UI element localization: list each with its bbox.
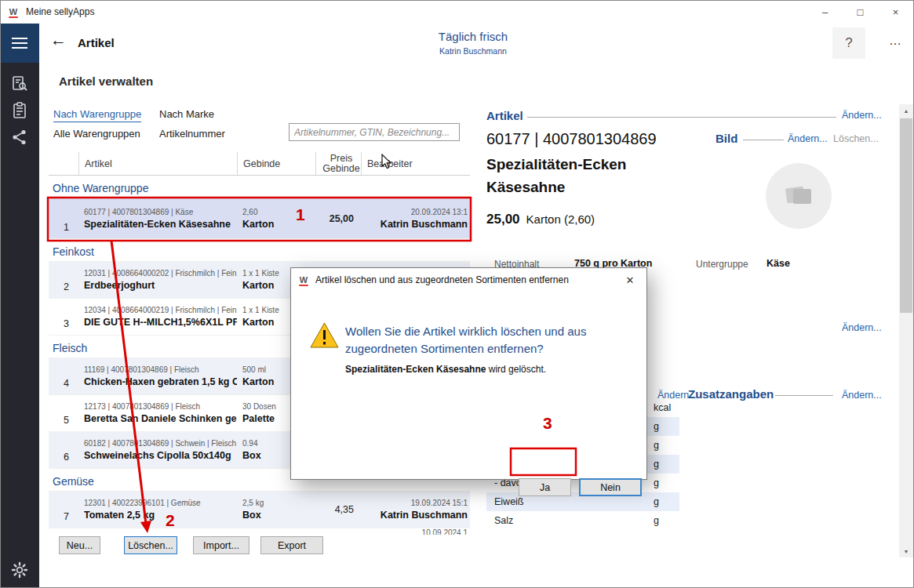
tab-nach-marke[interactable]: Nach Marke: [159, 108, 214, 120]
import-button[interactable]: Import...: [193, 536, 249, 554]
window-title: Meine sellyApps: [26, 6, 94, 17]
divider: [743, 140, 784, 140]
group-header: Feinkost: [49, 242, 470, 262]
shop-name: Täglich frisch: [363, 30, 583, 43]
app-icon: W: [297, 274, 310, 286]
detail-section-bild: Bild: [716, 132, 737, 145]
row-number: 7: [49, 492, 78, 528]
edit-date: 19.09.2024 15:1: [411, 499, 468, 507]
row-number: 3: [49, 299, 78, 335]
bild-change-link[interactable]: Ändern...: [788, 133, 828, 144]
shop-user: Katrin Buschmann: [363, 46, 583, 56]
article-name-line1: Spezialitäten-Ecken: [486, 156, 626, 173]
article-name-line2: Käsesahne: [486, 179, 565, 196]
article-meta: 12034 | 4008664000219 | Frischmilch | Fe…: [84, 306, 237, 314]
zusatz-change-link[interactable]: Ändern...: [842, 390, 882, 401]
nutrition-row: Salzg: [486, 511, 679, 530]
subgroup-label: Untergruppe: [696, 259, 748, 270]
dialog-subject: Spezialitäten-Ecken Käsesahne: [345, 364, 486, 375]
column-gebinde[interactable]: Gebinde: [237, 152, 315, 175]
edit-date: 20.09.2024 13:1: [411, 208, 468, 216]
article-name: Beretta San Daniele Schinken gesc...: [84, 413, 237, 424]
window-titlebar: W Meine sellyApps – □ ×: [0, 0, 914, 24]
article-meta: 60182 | 4007801304869 | Schwein | Fleisc…: [84, 439, 237, 448]
column-number[interactable]: [49, 152, 78, 175]
unit-type: Box: [242, 510, 315, 521]
dialog-detail: Spezialitäten-Ecken Käsesahne wird gelös…: [345, 364, 546, 375]
search-input[interactable]: [289, 123, 460, 141]
article-meta: 12173 | 4007801304869 | Fleisch: [84, 402, 237, 411]
bild-delete-link[interactable]: Löschen...: [833, 133, 879, 144]
article-number-value: 60177 | 4007801304869: [486, 130, 657, 148]
row-number: 4: [49, 358, 78, 394]
dialog-close-icon[interactable]: ✕: [620, 274, 640, 286]
app-icon: W: [7, 5, 20, 18]
delete-button[interactable]: Löschen...: [124, 536, 177, 554]
table-header: Artikel Gebinde Preis Gebinde Bearbeiter: [49, 152, 470, 176]
sidebar: [0, 63, 39, 588]
help-button[interactable]: ?: [832, 27, 865, 59]
minimize-button[interactable]: –: [807, 0, 843, 24]
article-name: DIE GUTE H--MILCH1,5%6X1L PFA...: [84, 317, 237, 328]
column-artikel[interactable]: Artikel: [78, 152, 237, 175]
row-number: 6: [49, 432, 78, 468]
properties-change-link[interactable]: Ändern...: [842, 322, 882, 333]
unit-type: Karton: [242, 219, 315, 230]
maximize-button[interactable]: □: [843, 0, 878, 24]
photo-stack-icon: [782, 180, 815, 212]
more-options-button[interactable]: …: [889, 34, 903, 48]
tab-nach-warengruppe[interactable]: Nach Warengruppe: [53, 108, 141, 122]
column-bearbeiter[interactable]: Bearbeiter: [361, 152, 470, 175]
detail-section-zusatz: Zusatzangaben: [688, 387, 774, 401]
shop-block: Täglich frisch Katrin Buschmann: [363, 30, 583, 56]
article-name: Erdbeerjoghurt: [84, 280, 237, 291]
article-price-row: 25,00 Karton (2,60): [486, 212, 595, 227]
article-meta: 12301 | 400223996101 | Gemüse: [84, 499, 237, 507]
scroll-down-icon[interactable]: ▼: [899, 545, 913, 557]
section-heading: Artikel verwalten: [59, 74, 153, 88]
no-button[interactable]: Nein: [579, 478, 642, 496]
delete-confirmation-dialog: W Artikel löschen und aus zugeordneten S…: [290, 267, 647, 480]
subgroup-value: Käse: [767, 258, 790, 269]
editor-name: Katrin Buschmann: [381, 219, 468, 230]
scroll-up-icon[interactable]: ▲: [899, 104, 913, 117]
article-name: Tomaten 2,5 kg: [84, 510, 237, 521]
dialog-titlebar: W Artikel löschen und aus zugeordneten S…: [291, 268, 646, 292]
close-button[interactable]: ×: [878, 0, 913, 24]
unit-size: 2,60: [242, 208, 315, 216]
artikel-change-link[interactable]: Ändern...: [842, 110, 882, 121]
price: 4,35: [315, 492, 361, 528]
column-preis-gebinde[interactable]: Preis Gebinde: [315, 152, 361, 175]
partial-next-row: 10.09.2024 1: [49, 528, 470, 535]
divider: [527, 117, 836, 118]
hamburger-menu-icon[interactable]: [0, 24, 39, 63]
filter-all-groups[interactable]: Alle Warengruppen: [53, 128, 140, 140]
divider: [775, 395, 833, 396]
scroll-thumb[interactable]: [900, 118, 912, 313]
article-price: 25,00: [486, 212, 520, 227]
articles-list-icon[interactable]: [0, 102, 39, 119]
article-price-unit: Karton (2,60): [526, 212, 595, 226]
back-arrow-icon[interactable]: ←: [50, 31, 67, 49]
edit-date: 10.09.2024 1: [422, 528, 468, 535]
row-number: 1: [49, 198, 78, 238]
search-documents-icon[interactable]: [0, 75, 39, 93]
article-image-placeholder: [766, 163, 832, 229]
export-button[interactable]: Export: [260, 536, 323, 554]
yes-button[interactable]: Ja: [519, 478, 571, 496]
row-number: 2: [49, 262, 78, 298]
app-header: ← Artikel Täglich frisch Katrin Buschman…: [0, 24, 914, 63]
vertical-scrollbar[interactable]: ▲ ▼: [899, 104, 913, 557]
share-network-icon[interactable]: [0, 129, 39, 146]
price: 25,00: [315, 198, 361, 238]
row-number: 5: [49, 395, 78, 431]
settings-gear-icon[interactable]: [0, 561, 39, 579]
warning-icon: [310, 322, 339, 351]
table-row[interactable]: 1 60177 | 4007801304869 | Käse Spezialit…: [49, 198, 470, 239]
filter-article-number[interactable]: Artikelnummer: [159, 128, 225, 140]
dialog-message: Wollen Sie die Artikel wirklich löschen …: [345, 323, 637, 358]
new-button[interactable]: Neu...: [59, 536, 100, 554]
table-row[interactable]: 7 12301 | 400223996101 | Gemüse Tomaten …: [49, 492, 470, 528]
group-header: Ohne Warengruppe: [49, 179, 470, 198]
unit-size: 2,5 kg: [242, 499, 315, 507]
